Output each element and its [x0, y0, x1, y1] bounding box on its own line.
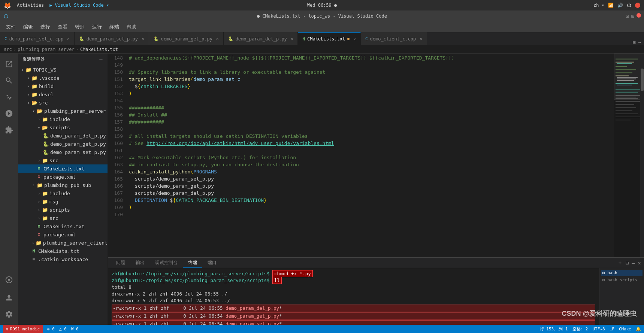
sidebar-more-icon[interactable]: ⋯	[100, 57, 103, 63]
status-errors-count[interactable]: ⊗ 0	[47, 327, 55, 332]
tab-icon-py: 🐍	[79, 36, 84, 41]
tree-item-demo-del[interactable]: 🐍 demo_param_del_p.py	[18, 131, 108, 140]
tree-item-cmake-selected[interactable]: M CMakeLists.txt	[18, 164, 108, 173]
tab-icon-cpp2: C	[365, 36, 368, 41]
panel-split-icon[interactable]: ⊟	[626, 260, 629, 266]
firefox-icon[interactable]: 🦊	[4, 2, 11, 9]
scrollbar-track[interactable]	[640, 54, 644, 257]
panel-tab-problems[interactable]: 问题	[111, 258, 130, 268]
tree-item-src2[interactable]: › 📁 src	[18, 156, 108, 164]
tree-item-cmake-root[interactable]: M CMakeLists.txt	[18, 247, 108, 255]
line-168: DESTINATION ${CATKIN_PACKAGE_BIN_DESTINA…	[129, 197, 614, 204]
more-actions-icon[interactable]: ⋯	[638, 39, 641, 45]
menu-help[interactable]: 帮助	[124, 23, 139, 31]
tree-item-package-xml[interactable]: X package.xml	[18, 173, 108, 181]
tab-demo-param-get-p[interactable]: 🐍 demo_param_get_p.py ×	[149, 32, 224, 45]
tree-item-msg[interactable]: › 📁 msg	[18, 197, 108, 206]
tree-item-src3[interactable]: › 📁 src	[18, 214, 108, 222]
panel-area: 问题 输出 调试控制台 终端 端口 ＋ ⊟ — × zhf@ubuntu:~/t…	[108, 257, 644, 325]
status-warnings-count[interactable]: △ 0	[59, 327, 67, 332]
activity-settings[interactable]	[1, 307, 16, 322]
panel-tab-debug[interactable]: 调试控制台	[150, 258, 183, 268]
code-content[interactable]: # add_dependencies(${{PROJECT_NAME}}_nod…	[126, 54, 614, 257]
arrow-server-client: ›	[31, 241, 36, 245]
panel-min-icon[interactable]: —	[632, 260, 635, 266]
activities-label[interactable]: Activities	[17, 3, 44, 8]
tab-close[interactable]: ×	[142, 36, 144, 41]
status-info-count[interactable]: W 0	[71, 327, 79, 332]
tree-item-demo-get[interactable]: 🐍 demo_param_get_p.py	[18, 140, 108, 148]
menu-edit[interactable]: 编辑	[20, 23, 36, 31]
close-btn-red[interactable]	[635, 3, 640, 8]
activity-search[interactable]	[1, 73, 16, 88]
status-position[interactable]: 行 153, 列 1	[540, 326, 568, 332]
tree-item-plumbing-param[interactable]: ▾ 📂 plumbing_param_server	[18, 107, 108, 115]
terminal-tab-bash-scripts[interactable]: ⊞ bash scripts	[601, 277, 643, 283]
tree-item-build[interactable]: › 📁 build	[18, 82, 108, 90]
scrollbar-thumb[interactable]	[641, 69, 644, 91]
tree-item-server-client[interactable]: › 📁 plumbing_server_client	[18, 239, 108, 247]
panel-add-icon[interactable]: ＋	[617, 260, 623, 266]
tree-item-include[interactable]: › 📁 include	[18, 115, 108, 123]
tab-demo-client-c[interactable]: C demo_client_c.cpp ×	[361, 32, 427, 45]
split-editor-icon[interactable]: ⊟	[632, 39, 635, 45]
activity-extensions[interactable]	[1, 122, 16, 137]
tree-item-include2[interactable]: › 📁 include	[18, 189, 108, 197]
tab-label-active: CMakeLists.txt	[307, 36, 345, 42]
svg-rect-26	[616, 117, 640, 117]
line-167: scripts/demo_param_del_p.py	[129, 190, 614, 197]
tab-close[interactable]: ×	[291, 36, 293, 41]
tree-item-devel[interactable]: › 📁 devel	[18, 90, 108, 99]
menu-run[interactable]: 运行	[89, 23, 105, 31]
tree-item-pub-sub[interactable]: › 📁 plumbing_pub_sub	[18, 181, 108, 189]
panel-tab-ports[interactable]: 端口	[202, 258, 222, 268]
activity-explorer[interactable]	[1, 57, 16, 72]
lang-indicator[interactable]: zh ▾	[593, 3, 604, 8]
status-language[interactable]: CMake	[619, 327, 631, 332]
tab-cmakelists[interactable]: M CMakeLists.txt ×	[298, 32, 360, 45]
panel-tab-terminal[interactable]: 终端	[183, 258, 202, 268]
status-error[interactable]: ⊗ ROS1.melodic	[3, 325, 43, 333]
panel-close-icon[interactable]: ×	[638, 260, 641, 266]
tree-item-topic-ws[interactable]: ▾ 📁 TOPIC_WS	[18, 66, 108, 74]
status-feedback-icon[interactable]: 🔔	[636, 327, 641, 332]
activity-account[interactable]	[1, 290, 16, 305]
tab-demo-param-set-c[interactable]: C demo_param_set_c.cpp ×	[0, 32, 75, 45]
menu-terminal[interactable]: 终端	[106, 23, 122, 31]
menu-select[interactable]: 选择	[37, 23, 53, 31]
terminal-tab-bash[interactable]: ⊞ bash	[601, 270, 643, 276]
activity-debug[interactable]	[1, 106, 16, 121]
tree-item-package-xml2[interactable]: X package.xml	[18, 230, 108, 239]
breadcrumb-plumbing[interactable]: plumbing_param_server	[18, 47, 75, 52]
panel-tab-output[interactable]: 输出	[130, 258, 150, 268]
error-label: ROS1.melodic	[10, 327, 40, 332]
breadcrumb-cmake[interactable]: CMakeLists.txt	[80, 47, 118, 52]
tab-icon-py3: 🐍	[228, 36, 233, 41]
tab-close2[interactable]: ×	[420, 36, 422, 41]
status-encoding[interactable]: UTF-8	[593, 327, 605, 332]
tab-close-active[interactable]: ×	[353, 37, 356, 42]
activity-source-control[interactable]	[1, 90, 16, 105]
tab-demo-param-set-p[interactable]: 🐍 demo_param_set_p.py ×	[75, 32, 149, 45]
tab-close[interactable]: ×	[216, 36, 219, 41]
status-spaces[interactable]: 空格: 2	[572, 326, 588, 332]
code-editor[interactable]: 148 149 150 151 152 153 154 155 156 157 …	[108, 54, 644, 257]
window-close-btn[interactable]	[637, 13, 641, 18]
status-eol[interactable]: LF	[610, 327, 614, 332]
menu-file[interactable]: 文件	[3, 23, 19, 31]
tree-item-demo-set[interactable]: 🐍 demo_param_set_p.py	[18, 148, 108, 156]
menu-view[interactable]: 查看	[55, 23, 70, 31]
breadcrumb-src[interactable]: src	[4, 47, 12, 52]
tree-item-scripts2[interactable]: › 📁 scripts	[18, 206, 108, 214]
terminal-area[interactable]: zhf@ubuntu:~/topic_ws/src/plumbing_param…	[108, 268, 599, 325]
menu-goto[interactable]: 转到	[72, 23, 88, 31]
tree-item-catkin-ws[interactable]: ≡ .catkin_workspace	[18, 255, 108, 263]
terminal-line-ll: zhf@ubuntu:~/topic_ws/src/plumbing_param…	[112, 277, 595, 284]
tree-item-vscode[interactable]: › 📁 .vscode	[18, 74, 108, 82]
tree-item-src[interactable]: ▾ 📂 src	[18, 99, 108, 107]
activity-ros[interactable]	[1, 272, 16, 287]
tab-demo-param-del-p[interactable]: 🐍 demo_param_del_p.py ×	[224, 32, 298, 45]
tab-close[interactable]: ×	[67, 36, 70, 41]
tree-item-scripts[interactable]: ▾ 📂 scripts	[18, 123, 108, 131]
tree-item-cmake2[interactable]: M CMakeLists.txt	[18, 222, 108, 230]
